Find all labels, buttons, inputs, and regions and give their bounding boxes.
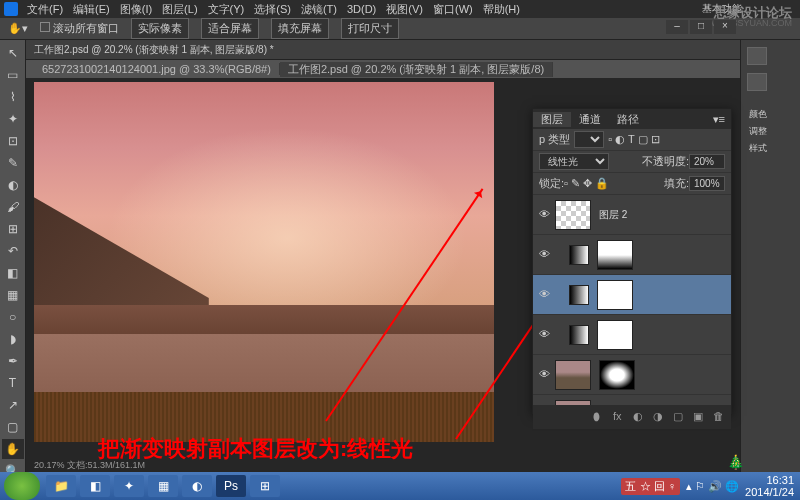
visibility-icon[interactable]: 👁 — [537, 328, 551, 342]
start-button[interactable] — [4, 472, 40, 500]
tray-date[interactable]: 2014/1/24 — [745, 486, 794, 498]
visibility-icon[interactable]: 👁 — [537, 208, 551, 222]
menu-filter[interactable]: 滤镜(T) — [296, 2, 342, 17]
channels-tab[interactable]: 通道 — [571, 112, 609, 127]
minimize-button[interactable]: – — [666, 20, 688, 34]
menu-bar: 文件(F) 编辑(E) 图像(I) 图层(L) 文字(Y) 选择(S) 滤镜(T… — [0, 0, 800, 18]
text-tool[interactable]: T — [2, 373, 24, 393]
adjustment-icon[interactable]: ◑ — [653, 410, 667, 424]
color-label[interactable]: 颜色 — [745, 106, 796, 123]
crop-tool[interactable]: ⊡ — [2, 131, 24, 151]
christmas-decoration-icon: 🎄 — [727, 454, 744, 470]
close-button[interactable]: × — [714, 20, 736, 34]
history-tool[interactable]: ↶ — [2, 241, 24, 261]
filter-kind-label: p 类型 — [539, 132, 570, 147]
menu-image[interactable]: 图像(I) — [115, 2, 157, 17]
link-layers-icon[interactable]: ⬮ — [593, 410, 607, 424]
layer-item[interactable]: 👁 — [533, 315, 731, 355]
menu-help[interactable]: 帮助(H) — [478, 2, 525, 17]
menu-edit[interactable]: 编辑(E) — [68, 2, 115, 17]
layer-thumb — [555, 360, 591, 390]
tray-icons[interactable]: ▴ ⚐ 🔊 🌐 — [686, 480, 739, 493]
layer-item[interactable]: 👁 背景 🔒 — [533, 395, 731, 405]
menu-view[interactable]: 视图(V) — [381, 2, 428, 17]
visibility-icon[interactable]: 👁 — [537, 368, 551, 382]
dodge-tool[interactable]: ◗ — [2, 329, 24, 349]
filter-kind-select[interactable] — [574, 131, 604, 148]
paths-tab[interactable]: 路径 — [609, 112, 647, 127]
right-panel-dock: 颜色 调整 样式 — [740, 40, 800, 472]
fill-label: 填充: — [664, 176, 689, 191]
opacity-input[interactable]: 20% — [689, 154, 725, 169]
layer-list: 👁 图层 2 👁 👁 👁 👁 👁 — [533, 195, 731, 405]
lasso-tool[interactable]: ⌇ — [2, 87, 24, 107]
eyedropper-tool[interactable]: ✎ — [2, 153, 24, 173]
brush-tool[interactable]: 🖌 — [2, 197, 24, 217]
layer-name[interactable]: 图层 2 — [599, 208, 627, 222]
new-layer-icon[interactable]: ▣ — [693, 410, 707, 424]
layer-item[interactable]: 👁 — [533, 235, 731, 275]
layer-item-active[interactable]: 👁 — [533, 275, 731, 315]
group-icon[interactable]: ▢ — [673, 410, 687, 424]
print-size-button[interactable]: 打印尺寸 — [341, 18, 399, 39]
maximize-button[interactable]: □ — [690, 20, 712, 34]
tray-time[interactable]: 16:31 — [745, 474, 794, 486]
visibility-icon[interactable]: 👁 — [537, 288, 551, 302]
stamp-tool[interactable]: ⊞ — [2, 219, 24, 239]
scroll-all-checkbox[interactable] — [40, 22, 50, 32]
opacity-label: 不透明度: — [642, 154, 689, 169]
menu-type[interactable]: 文字(Y) — [203, 2, 250, 17]
taskbar-app-icon[interactable]: ⊞ — [250, 475, 280, 497]
menu-3d[interactable]: 3D(D) — [342, 3, 381, 15]
visibility-icon[interactable]: 👁 — [537, 248, 551, 262]
panel-menu-icon[interactable]: ▾≡ — [707, 113, 731, 126]
taskbar-app-icon[interactable]: ▦ — [148, 475, 178, 497]
path-tool[interactable]: ↗ — [2, 395, 24, 415]
tray-badges[interactable]: 五 ☆ 回 ♀ — [621, 478, 679, 495]
taskbar-explorer-icon[interactable]: 📁 — [46, 475, 76, 497]
delete-icon[interactable]: 🗑 — [713, 410, 727, 424]
annotation-text: 把渐变映射副本图层改为:线性光 — [98, 434, 413, 464]
adjustment-thumb — [569, 245, 589, 265]
taskbar-app-icon[interactable]: ◐ — [182, 475, 212, 497]
style-label[interactable]: 样式 — [745, 140, 796, 157]
shape-tool[interactable]: ▢ — [2, 417, 24, 437]
app-icon — [4, 2, 18, 16]
taskbar: 📁 ◧ ✦ ▦ ◐ Ps ⊞ 五 ☆ 回 ♀ ▴ ⚐ 🔊 🌐 16:31 201… — [0, 472, 800, 500]
window-controls: – □ × — [666, 20, 736, 34]
taskbar-app-icon[interactable]: ◧ — [80, 475, 110, 497]
menu-window[interactable]: 窗口(W) — [428, 2, 478, 17]
wand-tool[interactable]: ✦ — [2, 109, 24, 129]
menu-file[interactable]: 文件(F) — [22, 2, 68, 17]
doc-tab-1[interactable]: 6527231002140124001.jpg @ 33.3%(RGB/8#) — [34, 63, 280, 75]
gradient-tool[interactable]: ▦ — [2, 285, 24, 305]
history-panel-icon[interactable] — [747, 47, 767, 65]
adjust-label[interactable]: 调整 — [745, 123, 796, 140]
menu-layer[interactable]: 图层(L) — [157, 2, 202, 17]
fx-icon[interactable]: fx — [613, 410, 627, 424]
mask-icon[interactable]: ◐ — [633, 410, 647, 424]
actions-panel-icon[interactable] — [747, 73, 767, 91]
eraser-tool[interactable]: ◧ — [2, 263, 24, 283]
blur-tool[interactable]: ○ — [2, 307, 24, 327]
fill-input[interactable]: 100% — [689, 176, 725, 191]
mask-thumb — [597, 240, 633, 270]
move-tool[interactable]: ↖ — [2, 43, 24, 63]
marquee-tool[interactable]: ▭ — [2, 65, 24, 85]
doc-tab-2[interactable]: 工作图2.psd @ 20.2% (渐变映射 1 副本, 图层蒙版/8) — [280, 62, 553, 77]
actual-pixels-button[interactable]: 实际像素 — [131, 18, 189, 39]
layers-tab[interactable]: 图层 — [533, 112, 571, 127]
layer-item[interactable]: 👁 图层 2 — [533, 195, 731, 235]
fill-screen-button[interactable]: 填充屏幕 — [271, 18, 329, 39]
blend-mode-select[interactable]: 线性光 — [539, 153, 609, 170]
taskbar-ps-icon[interactable]: Ps — [216, 475, 246, 497]
fit-screen-button[interactable]: 适合屏幕 — [201, 18, 259, 39]
layers-panel: 图层 通道 路径 ▾≡ p 类型 ▫ ◐ T ▢ ⊡ 线性光 不透明度: 20%… — [532, 108, 732, 414]
layer-item[interactable]: 👁 — [533, 355, 731, 395]
hand-tool[interactable]: ✋ — [2, 439, 24, 459]
taskbar-app-icon[interactable]: ✦ — [114, 475, 144, 497]
heal-tool[interactable]: ◐ — [2, 175, 24, 195]
menu-select[interactable]: 选择(S) — [249, 2, 296, 17]
pen-tool[interactable]: ✒ — [2, 351, 24, 371]
canvas[interactable] — [34, 82, 494, 442]
